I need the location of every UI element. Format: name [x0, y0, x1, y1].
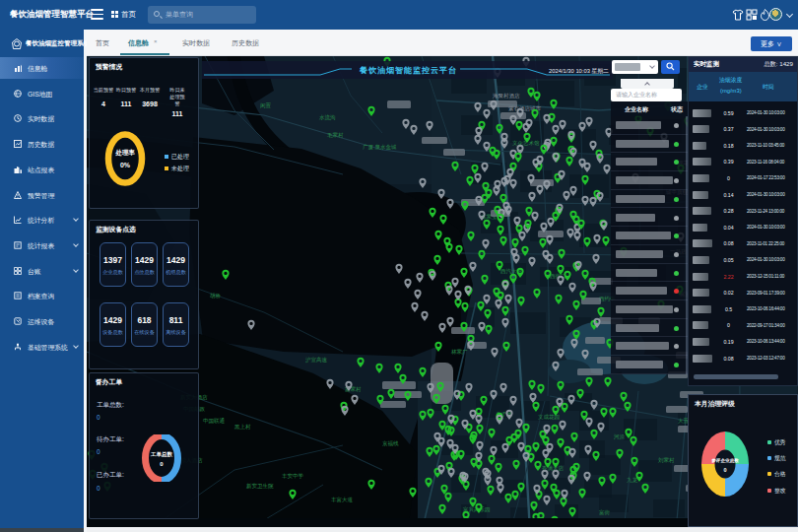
svg-text:工单总数: 工单总数: [150, 451, 173, 458]
svg-text:毛家村: 毛家村: [327, 132, 344, 139]
svg-text:黑上村: 黑上村: [234, 424, 251, 431]
svg-text:沪宜高速: 沪宜高速: [305, 357, 328, 364]
svg-text:中国联通: 中国联通: [203, 417, 226, 425]
svg-text:0%: 0%: [120, 162, 131, 168]
svg-text:京福线: 京福线: [382, 440, 399, 447]
svg-text:海聚村酒店: 海聚村酒店: [493, 93, 520, 100]
svg-text:处理率: 处理率: [114, 149, 135, 157]
svg-text:九龙: 九龙: [627, 477, 638, 483]
svg-text:刘家村: 刘家村: [657, 457, 675, 464]
svg-text:胡桥: 胡桥: [210, 293, 222, 299]
svg-text:新安卫生院: 新安卫生院: [246, 483, 274, 490]
svg-text:水流沟: 水流沟: [319, 114, 336, 121]
svg-text:闲置: 闲置: [260, 102, 272, 109]
svg-text:丰安中学: 丰安中学: [282, 473, 304, 479]
svg-text:富街: 富街: [599, 509, 611, 516]
svg-text:河沿: 河沿: [614, 433, 626, 440]
svg-text:林家厂: 林家厂: [450, 349, 468, 355]
svg-text:0: 0: [160, 461, 164, 467]
svg-text:丰富大道: 丰富大道: [331, 497, 354, 502]
svg-text:广厦 泉水金城: 广厦 泉水金城: [363, 144, 397, 151]
svg-text:0: 0: [723, 467, 726, 473]
